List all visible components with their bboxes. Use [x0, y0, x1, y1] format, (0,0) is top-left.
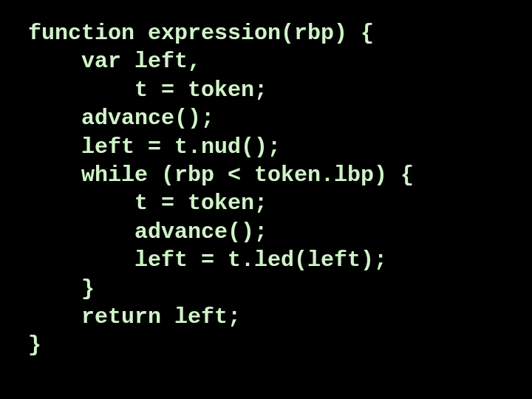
code-line: }	[28, 331, 532, 359]
code-line: function expression(rbp) {	[28, 19, 532, 47]
code-line: while (rbp < token.lbp) {	[28, 161, 532, 189]
code-line: t = token;	[28, 189, 532, 217]
code-line: left = t.nud();	[28, 133, 532, 161]
code-line: var left,	[28, 47, 532, 75]
code-line: }	[28, 275, 532, 303]
code-block: function expression(rbp) { var left, t =…	[0, 0, 532, 360]
code-line: left = t.led(left);	[28, 246, 532, 274]
code-line: t = token;	[28, 76, 532, 104]
code-line: advance();	[28, 218, 532, 246]
code-line: return left;	[28, 303, 532, 331]
code-line: advance();	[28, 104, 532, 132]
